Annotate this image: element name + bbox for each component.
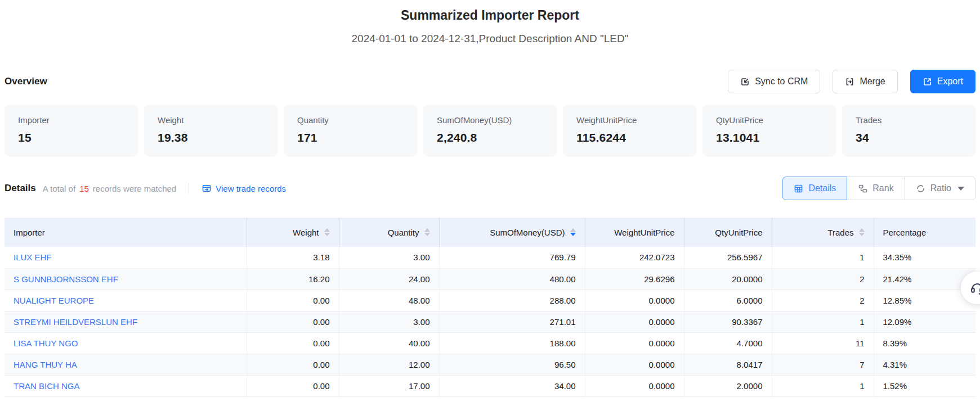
- merge-icon: [845, 77, 854, 87]
- importer-link[interactable]: LISA THUY NGO: [14, 338, 78, 348]
- view-trade-records-link[interactable]: View trade records: [202, 183, 286, 193]
- cell-weight-unit-price: 0.0000: [585, 354, 684, 375]
- stat-card-sum-of-money: SumOfMoney(USD) 2,240.8: [423, 105, 557, 157]
- cell-quantity: 24.00: [339, 268, 439, 290]
- tab-ratio-label: Ratio: [930, 183, 951, 193]
- column-label: SumOfMoney(USD): [490, 228, 565, 237]
- cell-qty-unit-price: 256.5967: [684, 247, 772, 268]
- importer-link[interactable]: ILUX EHF: [14, 252, 52, 262]
- stat-card-importer: Importer 15: [5, 105, 138, 157]
- column-header-percentage: Percentage: [874, 218, 975, 247]
- importer-link[interactable]: HANG THUY HA: [14, 360, 77, 369]
- stat-label: Importer: [18, 115, 124, 125]
- vertical-divider: [189, 183, 189, 194]
- page-title: Summarized Importer Report: [5, 8, 975, 23]
- cell-trades: 11: [772, 332, 874, 354]
- export-icon: [923, 77, 932, 87]
- stat-label: Trades: [856, 115, 962, 125]
- table-body: ILUX EHF 3.18 3.00 769.79 242.0723 256.5…: [5, 247, 975, 396]
- match-suffix: records were matched: [93, 184, 176, 193]
- rank-icon: [858, 184, 867, 193]
- tab-details[interactable]: Details: [782, 177, 847, 200]
- merge-label: Merge: [860, 76, 885, 87]
- cell-sum-of-money: 34.00: [439, 375, 585, 396]
- cell-weight-unit-price: 0.0000: [585, 311, 684, 332]
- column-header-weight[interactable]: Weight: [247, 218, 339, 247]
- column-header-trades[interactable]: Trades: [772, 218, 874, 247]
- sort-icon[interactable]: [859, 228, 865, 236]
- cell-weight-unit-price: 0.0000: [585, 290, 684, 311]
- cell-importer: TRAN BICH NGA: [5, 375, 247, 396]
- cell-sum-of-money: 188.00: [439, 332, 585, 354]
- cell-weight-unit-price: 29.6296: [585, 268, 684, 290]
- cell-sum-of-money: 96.50: [439, 354, 585, 375]
- toolbar-buttons: Sync to CRM Merge: [728, 70, 975, 93]
- view-switch: Details Rank: [782, 177, 975, 200]
- cell-sum-of-money: 271.01: [439, 311, 585, 332]
- table-header: Importer Weight Quantity SumOfMoney(USD): [5, 218, 975, 247]
- tab-details-label: Details: [808, 183, 836, 193]
- column-header-qty-unit-price: QtyUnitPrice: [684, 218, 772, 247]
- cell-trades: 2: [772, 290, 874, 311]
- stat-label: QtyUnitPrice: [716, 115, 822, 125]
- ratio-refresh-icon: [916, 184, 925, 193]
- cell-trades: 1: [772, 311, 874, 332]
- chevron-down-icon: [957, 187, 964, 191]
- cell-percentage: 8.39%: [874, 332, 975, 354]
- cell-weight: 0.00: [247, 354, 339, 375]
- stat-card-weight: Weight 19.38: [144, 105, 278, 157]
- stat-value: 115.6244: [576, 131, 683, 144]
- tab-rank-label: Rank: [872, 183, 893, 193]
- cell-trades: 2: [772, 268, 874, 290]
- cell-quantity: 3.00: [339, 311, 439, 332]
- importer-link[interactable]: NUALIGHT EUROPE: [14, 296, 94, 305]
- merge-button[interactable]: Merge: [833, 70, 897, 93]
- importer-table: Importer Weight Quantity SumOfMoney(USD): [5, 218, 975, 397]
- sync-icon: [740, 77, 750, 87]
- cell-trades: 1: [772, 247, 874, 268]
- sort-icon-desc-active[interactable]: [570, 228, 576, 236]
- cell-quantity: 40.00: [339, 332, 439, 354]
- details-table-wrap: Importer Weight Quantity SumOfMoney(USD): [5, 218, 975, 397]
- cell-sum-of-money: 480.00: [439, 268, 585, 290]
- column-label: Importer: [14, 228, 45, 237]
- column-label: Trades: [827, 228, 853, 237]
- export-button[interactable]: Export: [910, 70, 975, 93]
- column-header-sum-of-money[interactable]: SumOfMoney(USD): [439, 218, 585, 247]
- column-label: Percentage: [883, 228, 927, 237]
- stat-value: 13.1041: [716, 131, 822, 144]
- match-count: 15: [79, 184, 89, 193]
- cell-qty-unit-price: 6.0000: [684, 290, 772, 311]
- trade-records-icon: [202, 183, 212, 193]
- column-header-importer: Importer: [5, 218, 247, 247]
- sync-to-crm-label: Sync to CRM: [755, 76, 808, 87]
- stat-value: 15: [18, 131, 124, 144]
- cell-importer: ILUX EHF: [5, 247, 247, 268]
- sync-to-crm-button[interactable]: Sync to CRM: [728, 70, 820, 93]
- cell-sum-of-money: 288.00: [439, 290, 585, 311]
- stat-card-weight-unit-price: WeightUnitPrice 115.6244: [563, 105, 696, 157]
- cell-qty-unit-price: 8.0417: [684, 354, 772, 375]
- sort-icon[interactable]: [424, 228, 430, 236]
- cell-importer: STREYMI HEILDVERSLUN EHF: [5, 311, 247, 332]
- headset-icon: [969, 280, 980, 296]
- table-grid-icon: [794, 184, 803, 193]
- table-row: NUALIGHT EUROPE 0.00 48.00 288.00 0.0000…: [5, 290, 975, 311]
- match-prefix: A total of: [43, 184, 75, 193]
- cell-percentage: 34.35%: [874, 247, 975, 268]
- stat-value: 19.38: [158, 131, 264, 144]
- column-header-quantity[interactable]: Quantity: [339, 218, 439, 247]
- importer-link[interactable]: S GUNNBJORNSSON EHF: [14, 274, 118, 284]
- tab-ratio[interactable]: Ratio: [905, 177, 975, 200]
- view-trade-records-label: View trade records: [216, 184, 286, 193]
- cell-quantity: 17.00: [339, 375, 439, 396]
- cell-qty-unit-price: 2.0000: [684, 375, 772, 396]
- table-row: LISA THUY NGO 0.00 40.00 188.00 0.0000 4…: [5, 332, 975, 354]
- cell-percentage: 1.52%: [874, 375, 975, 396]
- tab-rank[interactable]: Rank: [847, 177, 905, 200]
- details-summary: Details A total of 15 records were match…: [5, 183, 286, 194]
- importer-link[interactable]: TRAN BICH NGA: [14, 381, 80, 391]
- report-header: Summarized Importer Report 2024-01-01 to…: [5, 0, 975, 45]
- sort-icon[interactable]: [324, 228, 330, 236]
- importer-link[interactable]: STREYMI HEILDVERSLUN EHF: [14, 317, 137, 327]
